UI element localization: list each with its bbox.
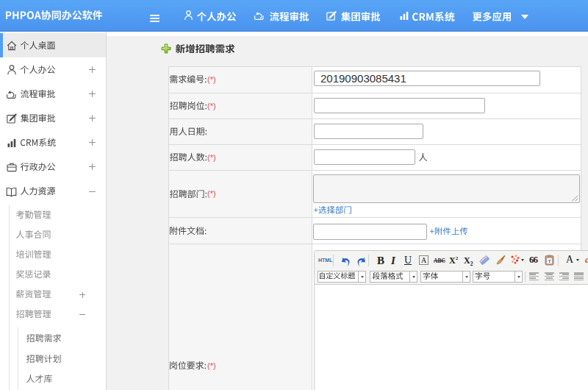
svg-text:T: T xyxy=(548,258,551,264)
